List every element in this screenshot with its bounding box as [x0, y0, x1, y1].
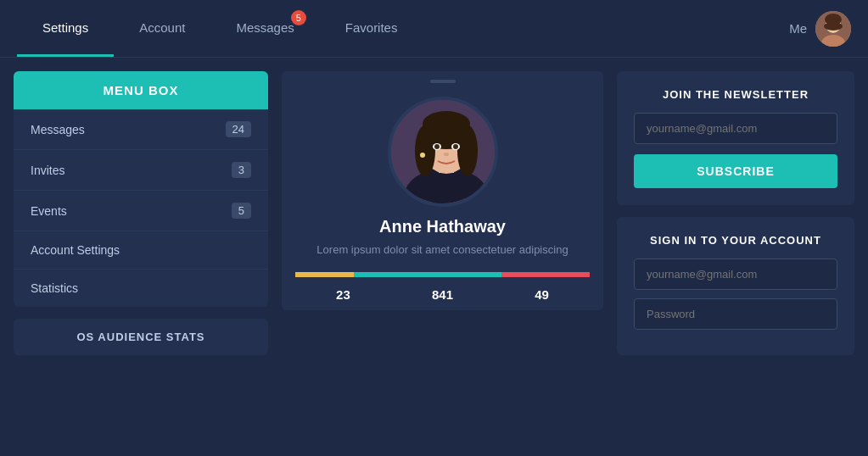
- profile-avatar: [388, 97, 498, 207]
- menu-item-messages-label: Messages: [31, 123, 85, 136]
- stat-value-1: 23: [336, 287, 350, 302]
- menu-item-statistics[interactable]: Statistics: [14, 270, 268, 307]
- avatar: [815, 11, 851, 47]
- svg-point-17: [444, 153, 449, 156]
- signin-title: SIGN IN TO YOUR ACCOUNT: [634, 234, 837, 247]
- signin-password-input[interactable]: [634, 298, 837, 330]
- profile-bio: Lorem ipsum dolor sit amet consectetuer …: [316, 242, 568, 259]
- stat-item-2: 841: [432, 287, 453, 302]
- profile-stats: 23 841 49: [295, 277, 590, 310]
- tab-favorites[interactable]: Favorites: [320, 0, 423, 57]
- tab-messages-label: Messages: [236, 20, 294, 35]
- tab-favorites-label: Favorites: [345, 20, 398, 35]
- menu-item-account-settings[interactable]: Account Settings: [14, 231, 268, 270]
- top-nav: Settings Account Messages 5 Favorites Me: [0, 0, 868, 58]
- menu-item-events-count: 5: [232, 203, 251, 219]
- stat-item-1: 23: [336, 287, 350, 302]
- tab-settings-label: Settings: [42, 20, 88, 35]
- signin-email-input[interactable]: [634, 259, 837, 290]
- menu-item-messages[interactable]: Messages 24: [14, 109, 268, 150]
- svg-point-16: [453, 144, 458, 149]
- newsletter-box: JOIN THE NEWSLETTER SUBSCRIBE: [617, 71, 854, 205]
- menu-item-messages-count: 24: [226, 121, 251, 137]
- profile-name: Anne Hathaway: [379, 217, 506, 236]
- tab-account[interactable]: Account: [114, 0, 210, 57]
- tab-account-label: Account: [139, 20, 185, 35]
- menu-item-events-label: Events: [31, 204, 67, 218]
- svg-point-15: [434, 144, 440, 149]
- sidebar: MENU BOX Messages 24 Invites 3 Events 5 …: [14, 71, 268, 442]
- tab-messages[interactable]: Messages 5: [210, 0, 319, 57]
- tab-settings[interactable]: Settings: [17, 0, 114, 57]
- menu-item-account-settings-label: Account Settings: [31, 243, 120, 257]
- os-stats-box: OS AUDIENCE STATS: [14, 319, 268, 355]
- svg-point-12: [423, 111, 470, 136]
- messages-badge: 5: [291, 10, 306, 25]
- svg-point-18: [420, 153, 425, 158]
- card-handle: [430, 80, 456, 83]
- newsletter-title: JOIN THE NEWSLETTER: [634, 88, 837, 101]
- stat-item-3: 49: [535, 287, 549, 302]
- menu-box: MENU BOX Messages 24 Invites 3 Events 5 …: [14, 71, 268, 307]
- user-menu[interactable]: Me: [789, 0, 851, 57]
- svg-point-4: [824, 22, 843, 31]
- signin-box: SIGN IN TO YOUR ACCOUNT: [617, 217, 854, 355]
- right-panel: JOIN THE NEWSLETTER SUBSCRIBE SIGN IN TO…: [617, 71, 854, 442]
- menu-item-statistics-label: Statistics: [31, 281, 78, 295]
- subscribe-button[interactable]: SUBSCRIBE: [634, 154, 837, 188]
- stat-value-3: 49: [535, 287, 549, 302]
- main-content: MENU BOX Messages 24 Invites 3 Events 5 …: [0, 58, 868, 456]
- menu-item-invites-label: Invites: [31, 164, 64, 177]
- stat-value-2: 841: [432, 287, 453, 302]
- center-panel: Anne Hathaway Lorem ipsum dolor sit amet…: [282, 71, 603, 442]
- os-stats-title: OS AUDIENCE STATS: [31, 331, 251, 343]
- user-label: Me: [789, 21, 807, 36]
- profile-card: Anne Hathaway Lorem ipsum dolor sit amet…: [282, 71, 603, 310]
- menu-item-invites-count: 3: [232, 162, 251, 178]
- menu-item-invites[interactable]: Invites 3: [14, 150, 268, 191]
- menu-box-header: MENU BOX: [14, 71, 268, 109]
- subscribe-label: SUBSCRIBE: [697, 164, 774, 178]
- newsletter-email-input[interactable]: [634, 113, 837, 144]
- menu-item-events[interactable]: Events 5: [14, 191, 268, 231]
